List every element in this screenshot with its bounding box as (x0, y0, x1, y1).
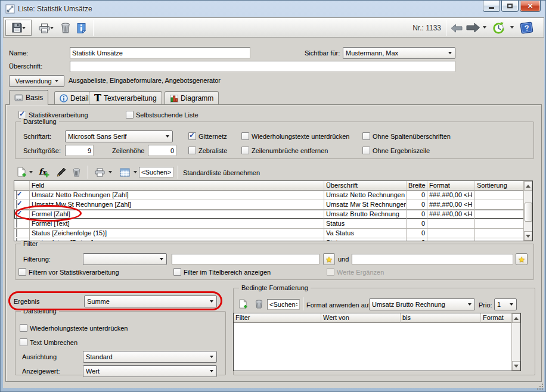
row-checkbox[interactable]: ✓ (16, 238, 17, 241)
chevron-down-icon (160, 258, 163, 260)
tab-basis[interactable]: Basis (9, 90, 48, 105)
table-row[interactable]: ✓ Status [Zeichenfolge (15)] Va Status 0 (14, 229, 524, 238)
wiederholungstexte-checkbox[interactable]: ✓ (241, 132, 249, 140)
add-field-button[interactable] (15, 166, 28, 179)
columns-dropdown-icon[interactable] (134, 171, 137, 173)
title-bar[interactable]: Liste: Statistik Umsätze ✕ (1, 1, 545, 17)
ergebnis-combo[interactable]: Summe (84, 295, 217, 307)
save-button[interactable] (5, 20, 32, 36)
filter-expression-input[interactable] (172, 254, 319, 265)
nav-forward-button[interactable] (465, 22, 480, 33)
tab-textverarbeitung[interactable]: T Textverarbeitung (89, 91, 162, 105)
verwendung-button[interactable]: Verwendung (9, 75, 64, 87)
scroll-up-button[interactable] (524, 181, 532, 191)
scroll-down-button[interactable] (524, 231, 532, 241)
columns-button[interactable] (117, 166, 132, 179)
name-input[interactable] (70, 47, 250, 58)
ohne-spalten-checkbox[interactable]: ✓ (362, 132, 370, 140)
standardliste-link[interactable]: Standardliste übernehmen (183, 169, 260, 176)
print-list-button[interactable] (92, 166, 107, 179)
scroll-up-button[interactable] (512, 313, 520, 323)
row-checkbox[interactable]: ✓ (16, 219, 17, 228)
ueberschrift-input[interactable] (70, 61, 455, 72)
row-checkbox[interactable]: ✓ (16, 210, 17, 218)
add-condition-button[interactable] (237, 297, 250, 310)
nav-back-button[interactable] (449, 23, 464, 33)
header-check-column[interactable] (14, 181, 30, 191)
header-sortierung[interactable]: Sortierung (475, 181, 524, 191)
table-row[interactable]: ✓ Statusdatum [Datum] Status 0 (14, 238, 524, 241)
selbstsuchende-liste-checkbox[interactable]: ✓ (126, 111, 134, 119)
filter-expression-input-2[interactable] (352, 254, 513, 265)
maximize-button[interactable] (501, 1, 519, 12)
history-button[interactable] (490, 20, 507, 36)
nav-dropdown-icon[interactable] (483, 26, 486, 29)
wiederholung2-checkbox[interactable]: ✓ (20, 324, 27, 332)
table-row-selected[interactable]: ✓ Formel [Zahl] Umsatz Brutto Rechnung 0… (14, 210, 524, 219)
header-ueberschrift[interactable]: Überschrift (324, 181, 407, 191)
history-dropdown-icon[interactable] (510, 26, 514, 29)
row-checkbox[interactable]: ✓ (16, 229, 17, 237)
zeilenumbrueche-checkbox[interactable]: ✓ (241, 147, 249, 154)
schriftgroesse-input[interactable] (65, 145, 94, 156)
table-row[interactable]: ✓ Umsatz Netto Rechnungen [Zahl] Umsatz … (14, 191, 524, 200)
fields-search-input[interactable] (139, 167, 173, 178)
filtern-vor-checkbox[interactable]: ✓ (18, 268, 26, 276)
print-dropdown-icon[interactable] (108, 171, 112, 173)
help-button[interactable]: ? (519, 20, 535, 36)
print-button[interactable] (35, 21, 57, 35)
header-breite[interactable]: Breite (407, 181, 427, 191)
minimize-button[interactable] (483, 1, 500, 12)
condition-search-input[interactable] (267, 299, 300, 310)
triangle-up-icon (526, 185, 531, 188)
row-checkbox[interactable]: ✓ (16, 191, 17, 199)
conditions-table-scrollbar[interactable] (511, 313, 520, 371)
gitternetz-checkbox[interactable]: ✓ (188, 132, 196, 140)
info-button[interactable] (74, 20, 88, 36)
header-wert-von[interactable]: Wert von (321, 313, 401, 323)
table-row[interactable]: ✓ Formel [Text] Status 0 (14, 219, 524, 229)
conditions-table-header: Filter Wert von bis Format (234, 313, 512, 323)
formula-button[interactable]: fx (36, 166, 52, 179)
maximize-icon (507, 4, 513, 8)
ausrichtung-combo[interactable]: Standard (83, 351, 217, 363)
filter-favorite-button-2[interactable]: ★ (516, 253, 528, 265)
tab-diagramm[interactable]: Diagramm (165, 91, 219, 105)
header-format[interactable]: Format (427, 181, 475, 191)
table-row[interactable]: ✓ Umsatz Mw St Rechnungen [Zahl] Umsatz … (14, 200, 524, 210)
prio-combo[interactable]: 1 (494, 298, 517, 310)
anzeigewert-combo[interactable]: Wert (83, 365, 217, 377)
delete-button[interactable] (58, 20, 73, 36)
row-checkbox[interactable]: ✓ (16, 200, 17, 209)
resize-grip[interactable] (536, 383, 544, 390)
filter-favorite-button[interactable]: ★ (323, 253, 335, 265)
toolbar-separator (446, 20, 446, 36)
format-anwenden-combo[interactable]: Umsatz Brutto Rechnung (369, 298, 475, 310)
und-label: und (338, 256, 349, 263)
fields-table-header: Feld Überschrift Breite Format Sortierun… (14, 181, 524, 191)
header-format2[interactable]: Format (481, 313, 512, 323)
scroll-down-button[interactable] (512, 361, 520, 371)
sichtbar-combo[interactable]: Mustermann, Max (343, 47, 455, 59)
save-dropdown-icon[interactable] (22, 27, 26, 29)
text-umbrechen-checkbox[interactable]: ✓ (20, 338, 27, 346)
edit-field-button[interactable] (54, 166, 67, 179)
header-bis[interactable]: bis (401, 313, 481, 323)
zeilenhoehe-input[interactable] (148, 145, 176, 156)
delete-field-button[interactable] (70, 166, 83, 179)
ohne-ergebniszeile-checkbox[interactable]: ✓ (362, 147, 370, 154)
close-button[interactable]: ✕ (520, 1, 541, 12)
header-filter[interactable]: Filter (234, 313, 321, 323)
print-dropdown-icon[interactable] (50, 27, 54, 29)
verwendung-text: Ausgabeliste, Eingabeformulare, Angebots… (69, 77, 221, 84)
filterung-combo[interactable] (83, 253, 167, 265)
delete-condition-button[interactable] (252, 297, 265, 310)
schriftart-combo[interactable]: Microsoft Sans Serif (65, 130, 173, 142)
fields-table-scrollbar[interactable] (523, 181, 532, 241)
ausrichtung-label: Ausrichtung (22, 353, 57, 360)
scrollbar-thumb[interactable] (525, 203, 532, 222)
header-feld[interactable]: Feld (30, 181, 324, 191)
titelbereich-checkbox[interactable]: ✓ (173, 268, 181, 276)
zebraliste-checkbox[interactable]: ✓ (188, 147, 196, 154)
add-dropdown-icon[interactable] (29, 171, 33, 173)
